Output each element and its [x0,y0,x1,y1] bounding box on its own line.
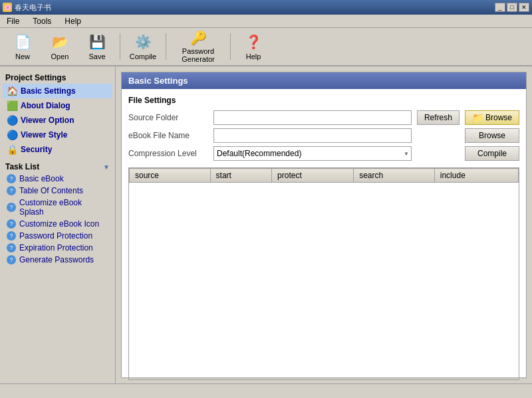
save-button[interactable]: 💾 Save [80,30,114,63]
save-icon: 💾 [88,33,106,51]
open-label: Open [51,52,69,60]
panel-content: File Settings Source Folder Refresh 📁 Br… [122,89,526,383]
col-search: search [354,169,435,183]
toolbar-separator-1 [120,33,120,60]
task-icon-0: ? [7,174,16,183]
task-label-2: Customize eBook Splash [19,198,108,217]
form-grid: Source Folder Refresh 📁 Browse eBook Fil… [128,110,519,161]
sidebar-label-viewer-style: Viewer Style [21,130,68,140]
panel-title: Basic Settings [122,72,526,89]
menu-bar: File Tools Help [0,15,532,28]
password-icon: 🔑 [189,30,207,46]
sidebar: Project Settings 🏠 Basic Settings 🟩 Abou… [0,66,116,383]
table-header-row: source start protect search include [130,169,519,183]
app-icon: 🌸 [3,3,12,12]
task-label-6: Generate Passwords [19,255,94,264]
minimize-button[interactable]: _ [495,3,505,12]
sidebar-item-viewer-style[interactable]: 🔵 Viewer Style [3,128,112,142]
task-item-expiration[interactable]: ? Expiration Protection [3,242,112,254]
password-label: Password Generator [174,47,223,63]
home-icon: 🏠 [7,86,17,96]
main-layout: Project Settings 🏠 Basic Settings 🟩 Abou… [0,66,532,383]
task-label-1: Table Of Contents [19,186,83,195]
task-item-splash[interactable]: ? Customize eBook Splash [3,197,112,218]
project-settings-title: Project Settings [3,70,112,84]
sidebar-label-viewer-option: Viewer Option [21,116,74,125]
sidebar-label-about: About Dialog [21,101,70,110]
ebook-filename-input[interactable] [213,128,412,143]
browse-label-1: Browse [485,113,512,122]
source-folder-label: Source Folder [128,113,208,122]
col-protect: protect [272,169,354,183]
sidebar-item-security[interactable]: 🔒 Security [3,142,112,157]
task-icon-5: ? [7,243,16,252]
new-button[interactable]: 📄 New [5,30,40,63]
task-item-toc[interactable]: ? Table Of Contents [3,185,112,197]
browse-icon-1: 📁 [472,112,483,123]
sidebar-label-basic: Basic Settings [21,86,76,96]
task-icon-2: ? [7,203,16,212]
toolbar-separator-3 [230,33,231,60]
refresh-button[interactable]: Refresh [417,110,460,125]
task-item-password-protection[interactable]: ? Password Protection [3,230,112,242]
task-list-title: Task List [5,162,39,171]
compression-select[interactable]: Default(Recommended) None Fast Normal Ma… [213,146,412,161]
status-bar [0,383,532,398]
task-item-icon[interactable]: ? Customize eBook Icon [3,218,112,230]
task-item-basic-ebook[interactable]: ? Basic eBook [3,173,112,185]
task-icon-6: ? [7,255,16,264]
content-area: Basic Settings File Settings Source Fold… [116,66,532,383]
open-button[interactable]: 📂 Open [43,30,77,63]
open-icon: 📂 [51,33,69,51]
help-icon: ❓ [244,33,263,51]
file-table-container: source start protect search include [128,167,519,380]
file-table: source start protect search include [129,168,519,183]
sidebar-label-security: Security [21,145,52,154]
main-panel: Basic Settings File Settings Source Fold… [121,72,527,378]
app-title: 春天电子书 [15,3,51,13]
title-bar-left: 🌸 春天电子书 [3,3,51,13]
password-generator-button[interactable]: 🔑 Password Generator [172,30,225,63]
task-label-5: Expiration Protection [19,243,93,252]
task-list-header: Task List ▼ [3,159,112,173]
browse-button-2[interactable]: Browse [465,128,519,143]
task-label-3: Customize eBook Icon [19,219,99,229]
viewer-style-icon: 🔵 [7,130,17,140]
col-include: include [434,169,518,183]
compile-button[interactable]: ⚙️ Compile [126,30,160,63]
task-item-generate-passwords[interactable]: ? Generate Passwords [3,254,112,266]
task-label-4: Password Protection [19,231,92,241]
new-icon: 📄 [13,33,32,51]
compile-label: Compile [130,52,156,60]
menu-help[interactable]: Help [61,15,85,27]
save-label: Save [88,52,105,60]
toolbar: 📄 New 📂 Open 💾 Save ⚙️ Compile 🔑 Passwor… [0,28,532,66]
close-button[interactable]: ✕ [519,3,529,12]
source-folder-input[interactable] [213,110,412,125]
compile-icon: ⚙️ [134,33,152,51]
viewer-option-icon: 🔵 [7,115,17,126]
toolbar-separator-2 [166,33,166,60]
menu-tools[interactable]: Tools [29,15,55,27]
maximize-button[interactable]: □ [507,3,517,12]
task-icon-4: ? [7,231,16,241]
col-start: start [210,169,272,183]
file-settings-title: File Settings [128,96,519,105]
security-icon: 🔒 [7,144,17,155]
ebook-filename-label: eBook File Name [128,131,208,140]
title-bar: 🌸 春天电子书 _ □ ✕ [0,0,532,15]
title-bar-controls[interactable]: _ □ ✕ [495,3,529,12]
compile-action-button[interactable]: Compile [465,146,519,161]
compression-label: Compression Level [128,149,208,158]
sidebar-item-about-dialog[interactable]: 🟩 About Dialog [3,98,112,113]
task-icon-1: ? [7,186,16,195]
browse-button-1[interactable]: 📁 Browse [465,110,519,125]
task-icon-3: ? [7,219,16,229]
help-button[interactable]: ❓ Help [236,30,271,63]
sidebar-item-viewer-option[interactable]: 🔵 Viewer Option [3,113,112,128]
col-source: source [130,169,211,183]
new-label: New [15,52,30,60]
sidebar-item-basic-settings[interactable]: 🏠 Basic Settings [3,84,112,98]
menu-file[interactable]: File [3,15,23,27]
dialog-icon: 🟩 [7,100,17,111]
